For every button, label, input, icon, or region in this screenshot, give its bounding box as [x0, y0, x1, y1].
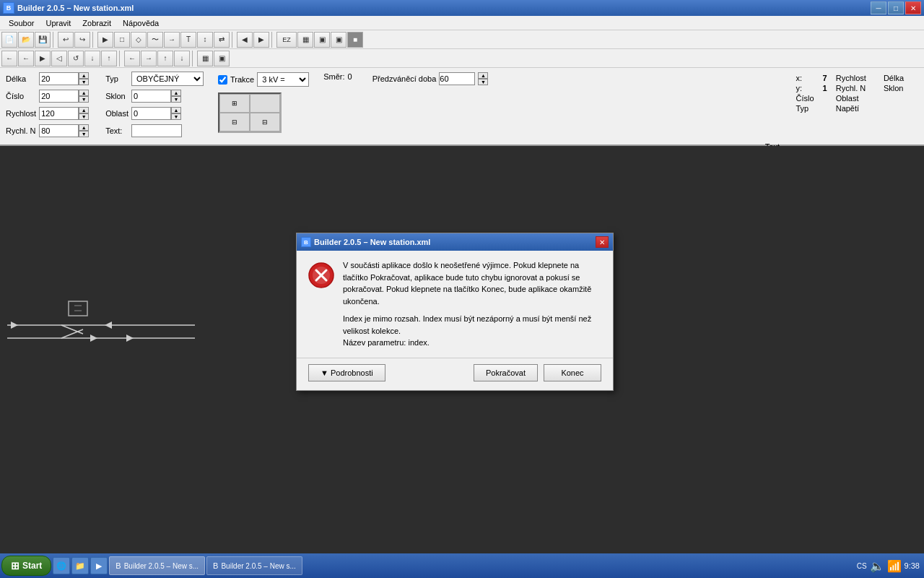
oblast-down[interactable]: ▼ [171, 113, 181, 120]
tb-redo[interactable]: ↪ [74, 32, 90, 48]
taskbar-ie-icon[interactable]: 🌐 [53, 557, 70, 574]
sklon-label: Sklon [105, 92, 128, 100]
dialog-close-button[interactable]: ✕ [596, 236, 609, 248]
tb-save[interactable]: 💾 [35, 32, 51, 48]
tb-arrow[interactable]: → [164, 32, 180, 48]
tb2-aup[interactable]: ↑ [157, 51, 173, 66]
delka-up[interactable]: ▲ [79, 72, 89, 79]
close-button[interactable]: ✕ [905, 1, 921, 14]
minimize-button[interactable]: ─ [871, 1, 886, 14]
tb-grid3[interactable]: ▣ [331, 32, 346, 48]
sklon-down[interactable]: ▼ [171, 96, 181, 103]
tb2-rewind[interactable]: ◁ [51, 51, 67, 66]
menu-zobrazit[interactable]: Zobrazit [77, 17, 117, 29]
text-label-left: Text: [105, 126, 128, 135]
tb-prev[interactable]: ◀ [237, 32, 253, 48]
sep4 [271, 32, 274, 48]
arrow-right-2 [126, 335, 134, 342]
tb2-aright[interactable]: → [141, 51, 157, 66]
dialog-details-button[interactable]: ▼ Podrobnosti [308, 364, 385, 381]
start-button[interactable]: ⊞ Start [1, 556, 51, 576]
tb-grid2[interactable]: ▣ [314, 32, 330, 48]
rychlost-label: Rychlost [6, 109, 36, 118]
tb2-panel[interactable]: ▣ [214, 51, 230, 66]
menu-upravit[interactable]: Upravit [40, 17, 77, 29]
taskbar-extra-icon[interactable]: ▶ [90, 557, 108, 574]
menu-soubor[interactable]: Soubor [3, 17, 40, 29]
menu-napoveda[interactable]: Nápověda [117, 17, 165, 29]
tb2-aleft[interactable]: ← [124, 51, 140, 66]
rychl-n-input[interactable] [39, 124, 79, 137]
smer-label: Směr: [323, 72, 344, 81]
right-info-panel: x: 7 Rychlost Délka y: 1 Rychl. N Sklon … [790, 71, 919, 116]
maximize-button[interactable]: □ [888, 1, 904, 14]
rychl-n-down[interactable]: ▼ [79, 131, 89, 137]
sep3 [232, 32, 235, 48]
tb2-down[interactable]: ↓ [84, 51, 100, 66]
dialog-main-text: V součásti aplikace došlo k neošetřené v… [343, 259, 601, 307]
cislo-up[interactable]: ▲ [79, 90, 89, 96]
cislo-input[interactable] [39, 90, 79, 103]
y-value: 1 [823, 84, 827, 92]
tb-open[interactable]: 📂 [18, 32, 34, 48]
delka-input[interactable] [39, 72, 79, 85]
dialog-continue-button[interactable]: Pokračovat [474, 364, 538, 381]
trakce-checkbox[interactable] [218, 75, 227, 85]
tb-shape[interactable]: ◇ [131, 32, 147, 48]
signal-panel: ⊞ ⊟ ⊟ [218, 92, 282, 133]
oblast-up[interactable]: ▲ [171, 107, 181, 113]
error-dialog: B Builder 2.0.5 – New station.xml ✕ V [296, 233, 614, 391]
rp-rychlost: Rychlost [836, 74, 866, 82]
oblast-input[interactable] [131, 107, 171, 120]
tb-ez[interactable]: EZ [276, 32, 297, 48]
sklon-up[interactable]: ▲ [171, 90, 181, 96]
sep1 [53, 32, 56, 48]
tb-undo[interactable]: ↩ [58, 32, 74, 48]
tb-curve[interactable]: 〜 [147, 32, 163, 48]
tb-split[interactable]: ⇄ [214, 32, 230, 48]
tb-stop[interactable]: ■ [347, 32, 363, 48]
tb2-rotate[interactable]: ↺ [68, 51, 84, 66]
tb2-table[interactable]: ▦ [197, 51, 213, 66]
kv-select[interactable]: 3 kV = 25 kV ~ [257, 72, 309, 87]
typ-select[interactable]: OBYČEJNÝ JINÝ [131, 72, 204, 86]
sklon-input[interactable] [131, 90, 171, 103]
rychl-n-up[interactable]: ▲ [79, 124, 89, 131]
rychlost-up[interactable]: ▲ [79, 107, 89, 113]
rychlost-down[interactable]: ▼ [79, 113, 89, 120]
rp-oblast: Oblast [836, 94, 866, 103]
tb-text[interactable]: T [180, 32, 196, 48]
dialog-text-area: V součásti aplikace došlo k neošetřené v… [343, 259, 601, 349]
taskbar-folder-icon[interactable]: 📁 [71, 557, 89, 574]
typ-label: Typ [105, 74, 128, 83]
tb-play[interactable]: ▶ [97, 32, 113, 48]
prezvon-down[interactable]: ▼ [478, 79, 488, 85]
taskbar-btn-2[interactable]: B Builder 2.0.5 – New s... [206, 556, 302, 575]
prezvon-up[interactable]: ▲ [478, 72, 488, 79]
x-value: 7 [823, 74, 827, 82]
rychlost-input[interactable] [39, 107, 79, 120]
switch-1 [61, 325, 83, 334]
text-input[interactable] [131, 124, 182, 137]
taskbar-btn-1[interactable]: B Builder 2.0.5 – New s... [109, 556, 205, 575]
tb2-back[interactable]: ← [1, 51, 17, 66]
cislo-down[interactable]: ▼ [79, 96, 89, 103]
delka-label: Délka [6, 74, 36, 83]
tb2-up[interactable]: ↑ [101, 51, 117, 66]
trakce-row: Trakce 3 kV = 25 kV ~ [218, 72, 309, 87]
tb2-forward[interactable]: ← [18, 51, 34, 66]
taskbar-lang: CS [857, 562, 867, 570]
rychlost-field: ▲ ▼ [39, 107, 97, 120]
tb-grid1[interactable]: ▦ [297, 32, 313, 48]
tb2-play2[interactable]: ▶ [35, 51, 51, 66]
tb2-adown[interactable]: ↓ [174, 51, 190, 66]
tb-rect[interactable]: □ [114, 32, 130, 48]
dialog-icon-small: B [301, 237, 311, 247]
delka-down[interactable]: ▼ [79, 79, 89, 85]
tb-next[interactable]: ▶ [253, 32, 269, 48]
taskbar-network-icon: 📶 [887, 559, 902, 573]
dialog-end-button[interactable]: Konec [544, 364, 601, 381]
tb-resize[interactable]: ↕ [197, 32, 213, 48]
prezvon-input[interactable] [439, 72, 475, 85]
tb-new[interactable]: 📄 [1, 32, 17, 48]
